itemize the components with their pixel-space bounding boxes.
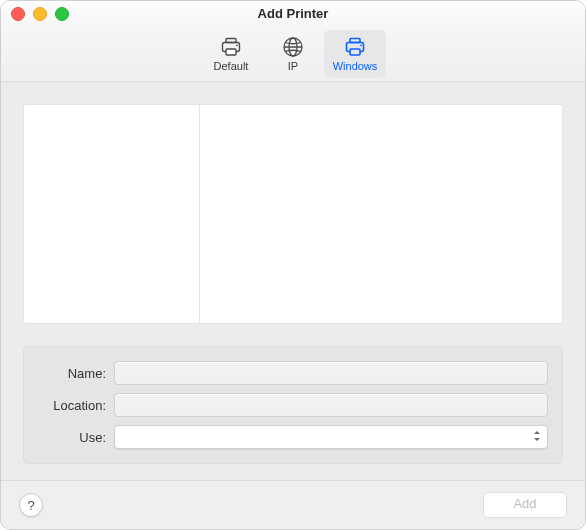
chevron-up-down-icon	[533, 428, 541, 444]
name-label: Name:	[34, 366, 106, 381]
printer-windows-icon	[343, 36, 367, 58]
tab-group: Default IP	[200, 30, 386, 78]
use-label: Use:	[34, 430, 106, 445]
printer-icon	[219, 36, 243, 58]
browser-panes	[23, 104, 563, 324]
add-printer-window: Add Printer Default	[0, 0, 586, 530]
globe-icon	[281, 36, 305, 58]
row-use: Use:	[34, 425, 548, 449]
tab-default[interactable]: Default	[200, 30, 262, 78]
svg-point-10	[360, 44, 362, 46]
row-name: Name:	[34, 361, 548, 385]
workgroup-list[interactable]	[24, 105, 200, 323]
titlebar: Add Printer	[1, 1, 585, 27]
footer: ? Add	[1, 480, 585, 529]
location-label: Location:	[34, 398, 106, 413]
window-title: Add Printer	[1, 6, 585, 21]
svg-point-3	[236, 44, 238, 46]
toolbar: Default IP	[1, 27, 585, 82]
help-button[interactable]: ?	[19, 493, 43, 517]
tab-label: Windows	[333, 60, 378, 72]
printer-details-form: Name: Location: Use:	[23, 346, 563, 464]
tab-label: Default	[214, 60, 249, 72]
tab-label: IP	[288, 60, 298, 72]
tab-windows[interactable]: Windows	[324, 30, 386, 78]
tab-ip[interactable]: IP	[262, 30, 324, 78]
printer-list[interactable]	[200, 105, 562, 323]
content-area: Name: Location: Use:	[1, 82, 585, 480]
svg-rect-9	[350, 49, 360, 55]
use-select[interactable]	[114, 425, 548, 449]
name-field[interactable]	[114, 361, 548, 385]
row-location: Location:	[34, 393, 548, 417]
add-button[interactable]: Add	[483, 492, 567, 518]
svg-rect-2	[226, 49, 236, 55]
location-field[interactable]	[114, 393, 548, 417]
